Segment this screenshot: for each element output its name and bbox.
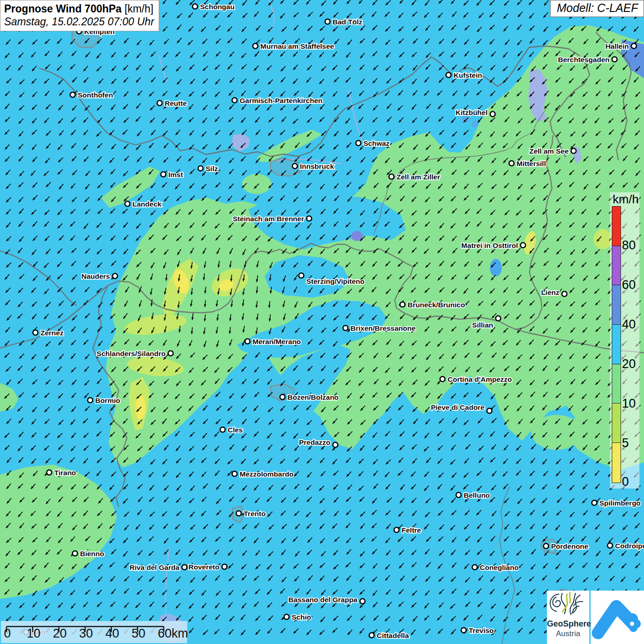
city-label: Schio — [292, 613, 311, 621]
legend-seg-green — [612, 364, 621, 404]
city: Schlanders/Silandro — [97, 350, 173, 357]
city: Mezzolombardo — [232, 470, 294, 478]
city: Spilimbergo — [592, 499, 641, 507]
city: Cortina d'Ampezzo — [440, 375, 512, 383]
city-label: Bormio — [95, 397, 120, 404]
city-marker — [521, 243, 526, 248]
city-marker — [632, 44, 637, 49]
city-label: Silz — [206, 165, 218, 172]
city-label: Rovereto — [189, 563, 219, 571]
city-label: Sonthofen — [78, 91, 113, 99]
legend: km/h 80 60 40 20 10 5 0 — [610, 192, 639, 489]
city: Brixen/Bressanone — [343, 324, 416, 332]
geosphere-country: Austria — [547, 629, 589, 638]
city-marker — [299, 273, 304, 278]
legend-seg-blue — [612, 285, 621, 325]
city-marker — [253, 44, 258, 49]
city-label: Bruneck/Brunico — [408, 301, 465, 309]
city-label: Zernez — [40, 329, 63, 337]
city-marker — [369, 633, 374, 638]
city: Matrei in Osttirol — [461, 242, 526, 249]
city-marker — [280, 395, 285, 400]
city-marker — [440, 377, 445, 382]
city-label: Bienno — [80, 550, 104, 558]
city-label: Imst — [168, 171, 183, 178]
city-label: Treviso — [469, 627, 494, 634]
city-marker — [222, 564, 227, 569]
city-label: Cortina d'Ampezzo — [448, 375, 512, 383]
map-canvas: SchongauBad TölzKemptenMurnau am Staffel… — [0, 0, 644, 644]
legend-seg-ygreen — [612, 403, 621, 443]
city: Meran/Merano — [245, 338, 301, 345]
city-label: Mezzolombardo — [240, 470, 293, 478]
geosphere-logo-mark — [547, 591, 589, 619]
mountain-cloud-icon — [591, 591, 644, 644]
city-label: Reutte — [165, 99, 187, 107]
legend-tick: 60 — [622, 279, 640, 291]
city-label: Sillian — [472, 321, 493, 329]
wind-region-blue — [490, 259, 502, 276]
wind-forecast-map: SchongauBad TölzKemptenMurnau am Staffel… — [0, 0, 644, 644]
city-label: Matrei in Osttirol — [461, 242, 518, 249]
scale-label: 10 — [27, 627, 40, 640]
legend-tick: 40 — [622, 318, 640, 331]
valid-time: Samstag, 15.02.2025 07:00 Uhr — [4, 15, 154, 28]
city-marker — [232, 98, 237, 103]
city-marker — [389, 174, 394, 179]
lake — [472, 121, 478, 127]
wind-region-ygreen — [593, 229, 612, 249]
city-label: Brixen/Bressanone — [351, 324, 416, 332]
city-marker — [161, 172, 166, 177]
partner-mountain-logo — [591, 591, 644, 644]
city-marker — [232, 472, 237, 477]
legend-unit-label: km/h — [613, 192, 638, 207]
city: Steinach am Brenner — [233, 215, 312, 223]
city-label: Lienz — [541, 288, 559, 296]
city-label: Schongau — [200, 3, 235, 11]
city: Cles — [220, 426, 243, 434]
city-label: Spilimbergo — [599, 499, 641, 507]
legend-seg-purple — [612, 246, 621, 286]
city-label: Bassano del Grappa — [288, 596, 357, 604]
city-marker — [193, 4, 198, 9]
city-marker — [198, 166, 203, 171]
city-marker — [360, 599, 365, 604]
city: Bruneck/Brunico — [400, 301, 465, 309]
city-label: Schlanders/Silandro — [97, 350, 166, 357]
city-marker — [456, 493, 461, 498]
city-marker — [182, 565, 187, 570]
geosphere-logo: GeoSphere Austria — [547, 591, 589, 644]
legend-seg-yellow — [612, 443, 621, 483]
city-marker — [333, 443, 338, 448]
city-marker — [73, 551, 78, 556]
city-label: Predazzo — [299, 438, 330, 446]
city-label: Murnau am Staffelsee — [260, 42, 334, 50]
scale-label: 60km — [158, 627, 188, 640]
city-marker — [496, 316, 501, 321]
city-label: Zell am Ziller — [397, 173, 440, 181]
city-marker — [236, 511, 242, 516]
city: Murnau am Staffelsee — [253, 42, 334, 50]
city-marker — [487, 408, 492, 414]
city: Riva del Garda — [129, 564, 187, 571]
city: Garmisch-Partenkirchen — [232, 97, 323, 104]
city-marker — [113, 274, 118, 279]
city: Bozen/Bolzano — [280, 393, 339, 401]
city-marker — [125, 201, 130, 207]
page-title: Prognose Wind 700hPa [km/h] — [4, 2, 154, 15]
legend-seg-red — [612, 207, 621, 246]
city-label: Hallein — [605, 42, 629, 50]
city-label: Innsbruck — [300, 162, 334, 170]
title-box: Prognose Wind 700hPa [km/h] Samstag, 15.… — [0, 0, 159, 31]
scale-label: 0 — [4, 627, 11, 640]
model-label: Modell: C-LAEF — [550, 0, 644, 17]
scale-label: 20 — [53, 627, 67, 640]
city-marker — [472, 565, 477, 570]
city-marker — [47, 470, 52, 475]
city-label: Codroipo — [615, 542, 644, 550]
city-label: Tirano — [54, 469, 76, 477]
city-label: Bad Tölz — [333, 18, 362, 26]
legend-tick: 20 — [622, 358, 640, 370]
city-marker — [325, 19, 330, 24]
city-label: Kufstein — [454, 71, 482, 79]
